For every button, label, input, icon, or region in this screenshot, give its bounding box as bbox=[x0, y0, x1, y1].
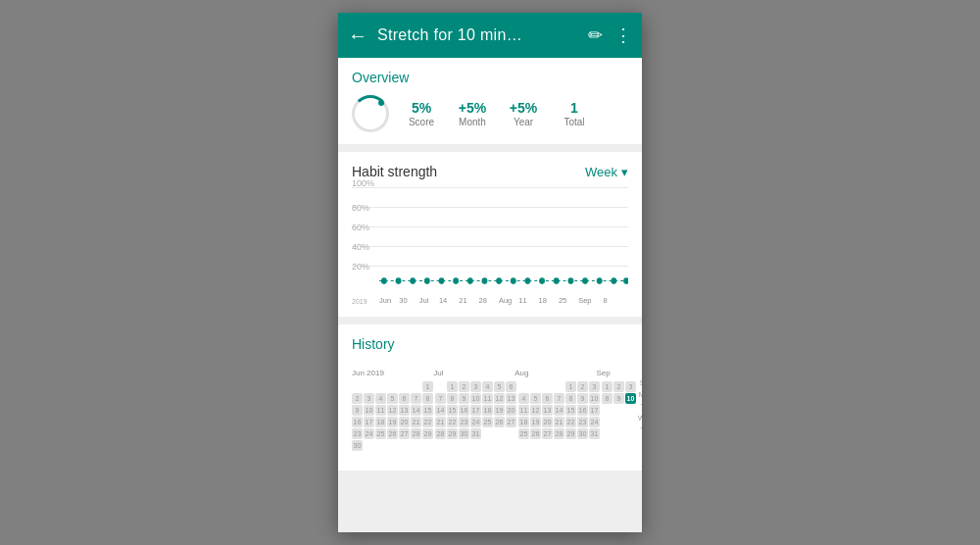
svg-point-15 bbox=[582, 277, 588, 284]
svg-point-3 bbox=[410, 277, 416, 284]
x-label-18: 18 bbox=[539, 296, 547, 305]
cal-cell: 14 bbox=[435, 405, 446, 416]
top-bar: ← Stretch for 10 min… ✏ ⋮ bbox=[338, 13, 642, 58]
total-value: 1 bbox=[570, 100, 578, 116]
cal-cell: 21 bbox=[411, 417, 421, 427]
cal-cell: 5 bbox=[530, 393, 541, 404]
habit-chart: 100% 80% 60% 40% 20% bbox=[352, 187, 628, 305]
cal-cell-empty bbox=[435, 381, 446, 392]
month-2-row-3: 18192021222324 bbox=[518, 417, 600, 427]
cal-cell: 27 bbox=[542, 428, 553, 439]
x-label-25: 25 bbox=[559, 296, 566, 305]
cal-cell-empty bbox=[422, 440, 433, 451]
cal-cell: 8 bbox=[447, 393, 458, 404]
cal-cell-empty bbox=[625, 405, 636, 416]
cal-cell-empty bbox=[459, 440, 469, 451]
cal-cell: 8 bbox=[422, 393, 433, 404]
cal-cell: 27 bbox=[399, 428, 410, 439]
cal-cell: 9 bbox=[577, 393, 588, 404]
cal-cell: 16 bbox=[459, 405, 469, 416]
y-label-20: 20% bbox=[352, 262, 369, 272]
more-icon[interactable]: ⋮ bbox=[614, 25, 632, 46]
svg-point-14 bbox=[567, 277, 573, 284]
period-label: Week bbox=[585, 165, 617, 179]
cal-cell-empty bbox=[625, 428, 636, 439]
overview-stats-row: 5% Score +5% Month +5% Year 1 Total bbox=[352, 95, 628, 132]
cal-cell: 27 bbox=[506, 417, 516, 427]
month-headers: Jun 2019 Jul Aug Sep bbox=[352, 362, 636, 379]
cal-cell: 17 bbox=[364, 417, 374, 427]
cal-cell: 5 bbox=[387, 393, 398, 404]
cal-cell: 10 bbox=[589, 393, 600, 404]
habit-strength-card: Habit strength Week ▾ 100% 80% bbox=[338, 152, 642, 317]
month-2-row-1: 45678910 bbox=[518, 393, 600, 404]
cal-cell: 11 bbox=[482, 393, 493, 404]
cal-cell: 15 bbox=[565, 405, 576, 416]
cal-cell-empty bbox=[387, 381, 398, 392]
cal-cell: 16 bbox=[577, 405, 588, 416]
svg-point-18 bbox=[623, 277, 628, 284]
cal-cell-empty bbox=[506, 440, 516, 451]
overview-title: Overview bbox=[352, 70, 628, 85]
y-label-80: 80% bbox=[352, 203, 369, 213]
cal-cell: 8 bbox=[602, 393, 612, 404]
svg-point-16 bbox=[597, 277, 603, 284]
total-stat: 1 Total bbox=[556, 100, 593, 127]
back-button[interactable]: ← bbox=[348, 25, 368, 47]
period-selector[interactable]: Week ▾ bbox=[585, 165, 628, 179]
cal-row-1: 234567878910111213456789108910 bbox=[352, 393, 636, 404]
month-0-row-1: 2345678 bbox=[352, 393, 433, 404]
cal-cell-empty bbox=[530, 440, 541, 451]
month-3-row-2 bbox=[602, 405, 636, 416]
cal-cell-empty bbox=[613, 417, 624, 427]
cal-cell-empty bbox=[494, 440, 505, 451]
cal-cell: 3 bbox=[364, 393, 374, 404]
cal-cell: 25 bbox=[482, 417, 493, 427]
cal-cell-empty bbox=[530, 381, 541, 392]
cal-cell-empty bbox=[399, 381, 410, 392]
cal-cell: 28 bbox=[435, 428, 446, 439]
cal-cell: 30 bbox=[577, 428, 588, 439]
history-card: History Jun 2019 Jul Aug bbox=[338, 324, 642, 471]
cal-cell: 26 bbox=[530, 428, 541, 439]
cal-cell-empty bbox=[613, 405, 624, 416]
cal-cell: 25 bbox=[375, 428, 386, 439]
cal-cell: 29 bbox=[422, 428, 433, 439]
cal-cell: 31 bbox=[470, 428, 481, 439]
cal-cell-empty bbox=[470, 440, 481, 451]
month-0-row-3: 16171819202122 bbox=[352, 417, 433, 427]
cal-cell: 14 bbox=[554, 405, 564, 416]
day-tue: Tue bbox=[638, 401, 642, 412]
cal-cell: 6 bbox=[542, 393, 553, 404]
month-3-row-5 bbox=[602, 440, 636, 451]
cal-cell-empty bbox=[625, 440, 636, 451]
x-label-sep: Sep bbox=[578, 296, 591, 305]
cal-cell: 3 bbox=[470, 381, 481, 392]
svg-point-4 bbox=[424, 277, 430, 284]
jun-header: Jun 2019 bbox=[352, 362, 431, 379]
cal-cell: 28 bbox=[554, 428, 564, 439]
history-title: History bbox=[352, 336, 628, 352]
aug-header: Aug bbox=[514, 362, 594, 379]
svg-point-6 bbox=[453, 277, 459, 284]
edit-icon[interactable]: ✏ bbox=[588, 25, 603, 46]
svg-point-1 bbox=[381, 277, 387, 284]
cal-row-2: 9101112131415141516171819201112131415161… bbox=[352, 405, 636, 416]
cal-cell-empty bbox=[577, 440, 588, 451]
score-dot bbox=[378, 100, 384, 106]
cal-cell-empty bbox=[602, 405, 612, 416]
cal-cell: 20 bbox=[506, 405, 516, 416]
cal-cell: 21 bbox=[435, 417, 446, 427]
cal-cell-empty bbox=[375, 381, 386, 392]
year-label: Year bbox=[514, 117, 533, 127]
month-3-row-3 bbox=[602, 417, 636, 427]
cal-cell: 1 bbox=[422, 381, 433, 392]
month-0-row-4: 23242526272829 bbox=[352, 428, 433, 439]
x-label-28: 28 bbox=[479, 296, 487, 305]
cal-cell-empty bbox=[542, 381, 553, 392]
cal-cell: 11 bbox=[518, 405, 529, 416]
x-label-aug: Aug bbox=[499, 296, 512, 305]
month-1-row-1: 78910111213 bbox=[435, 393, 516, 404]
cal-cell-empty bbox=[375, 440, 386, 451]
cal-row-0: 1123456123123 bbox=[352, 381, 636, 392]
